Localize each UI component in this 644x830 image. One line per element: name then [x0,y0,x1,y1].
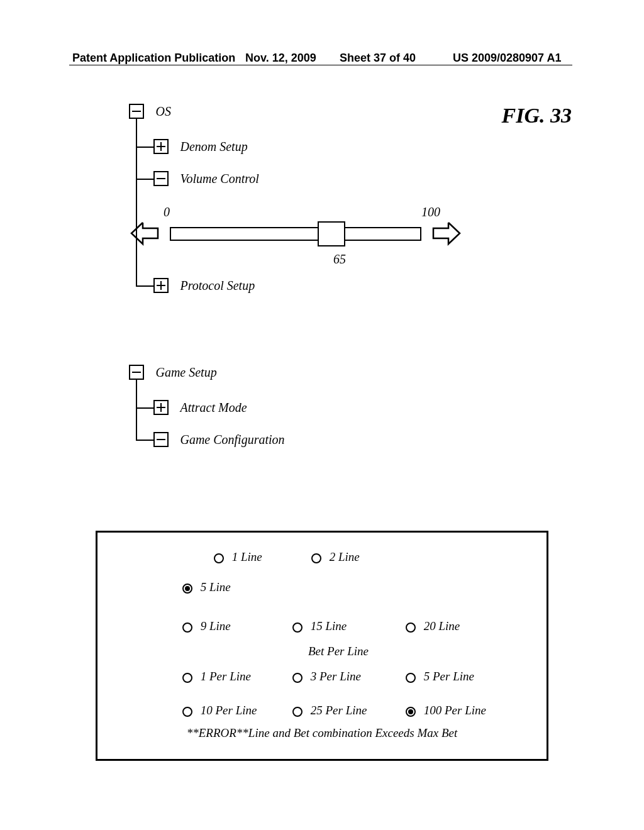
radio-icon [406,622,416,633]
radio-icon [182,673,192,683]
lines-20-radio[interactable]: 20 Line [406,619,460,633]
radio-icon [214,553,224,563]
volume-slider: 0 100 65 [126,205,469,274]
slider-decrease-button[interactable] [129,220,160,246]
radio-label: 5 Per Line [424,670,474,683]
collapse-icon[interactable] [129,104,144,119]
bet-1-radio[interactable]: 1 Per Line [182,670,251,683]
tree-connector [136,440,153,441]
tree-connector [136,147,153,148]
pub-date: Nov. 12, 2009 [245,52,316,65]
radio-icon [406,673,416,683]
tree-connector [136,285,153,287]
slider-min-label: 0 [164,205,170,219]
attract-mode-node[interactable]: Attract Mode [153,400,247,415]
slider-thumb[interactable] [318,221,345,246]
radio-selected-icon [182,584,192,594]
pub-type: Patent Application Publication [72,52,235,65]
radio-icon [311,553,321,563]
bet-3-radio[interactable]: 3 Per Line [292,670,361,683]
collapse-icon[interactable] [153,432,169,447]
attract-mode-label: Attract Mode [180,401,247,414]
radio-label: 9 Line [201,619,231,633]
bet-5-radio[interactable]: 5 Per Line [406,670,474,683]
volume-control-node[interactable]: Volume Control [153,171,259,186]
arrow-left-icon [129,220,160,246]
collapse-icon[interactable] [129,365,144,380]
radio-label: 2 Line [330,550,360,563]
radio-icon [292,707,303,717]
os-node[interactable]: OS [129,104,171,119]
os-label: OS [155,104,170,118]
pub-number: US 2009/0280907 A1 [453,52,561,65]
tree-connector [136,380,137,440]
radio-label: 5 Line [201,580,231,594]
sheet-number: Sheet 37 of 40 [340,52,416,65]
expand-icon[interactable] [153,139,169,154]
radio-label: 1 Per Line [201,670,251,683]
header-rule [69,65,572,65]
protocol-setup-label: Protocol Setup [180,279,255,292]
arrow-right-icon [431,220,462,246]
lines-1-radio[interactable]: 1 Line [214,550,262,564]
radio-label: 25 Per Line [311,704,367,717]
lines-2-radio[interactable]: 2 Line [311,550,360,564]
radio-icon [292,673,303,683]
protocol-setup-node[interactable]: Protocol Setup [153,278,255,293]
game-setup-label: Game Setup [155,365,216,379]
expand-icon[interactable] [153,278,169,293]
radio-label: 15 Line [311,619,347,633]
bet-10-radio[interactable]: 10 Per Line [182,704,257,717]
expand-icon[interactable] [153,400,169,415]
slider-max-label: 100 [421,205,440,219]
bet-per-line-heading: Bet Per Line [308,645,369,658]
game-setup-node[interactable]: Game Setup [129,365,217,380]
game-config-panel: 1 Line 2 Line 5 Line 9 Line 15 Line 20 L… [96,531,548,761]
game-config-label: Game Configuration [180,433,284,446]
radio-icon [292,622,303,633]
lines-9-radio[interactable]: 9 Line [182,619,231,633]
radio-icon [182,707,192,717]
lines-5-radio[interactable]: 5 Line [182,580,231,594]
lines-15-radio[interactable]: 15 Line [292,619,347,633]
radio-label: 10 Per Line [201,704,257,717]
denom-setup-label: Denom Setup [180,140,247,153]
game-config-node[interactable]: Game Configuration [153,432,285,447]
denom-setup-node[interactable]: Denom Setup [153,139,248,154]
tree-connector [136,179,153,180]
slider-value-label: 65 [333,252,346,267]
bet-25-radio[interactable]: 25 Per Line [292,704,367,717]
error-message: **ERROR**Line and Bet combination Exceed… [97,726,547,740]
figure-label: FIG. 33 [502,104,572,128]
radio-selected-icon [406,707,416,717]
collapse-icon[interactable] [153,171,169,186]
slider-track[interactable] [170,227,421,241]
bet-100-radio[interactable]: 100 Per Line [406,704,486,717]
radio-label: 3 Per Line [311,670,361,683]
radio-label: 1 Line [232,550,262,563]
radio-icon [182,622,192,633]
radio-label: 100 Per Line [424,704,486,717]
slider-increase-button[interactable] [431,220,462,246]
tree-connector [136,407,153,409]
volume-control-label: Volume Control [180,172,258,185]
radio-label: 20 Line [424,619,460,633]
